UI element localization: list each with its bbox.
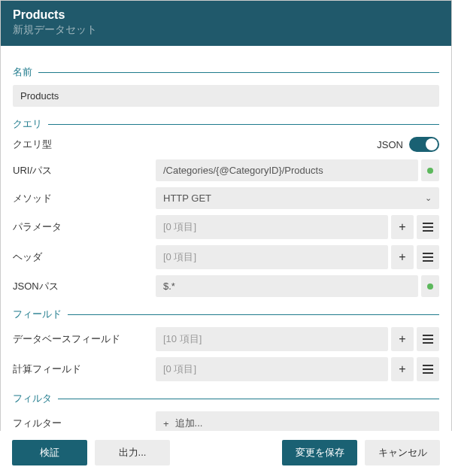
json-toggle[interactable] [409,137,439,152]
plus-icon: + [399,250,405,264]
headers-menu-button[interactable] [417,245,439,269]
divider [38,72,439,73]
method-select[interactable]: HTTP GET ⌄ [156,187,439,209]
section-fields-header: フィールド [13,308,439,321]
plus-icon: + [399,220,405,234]
section-query-label: クエリ [13,117,42,131]
db-fields-menu-button[interactable] [417,327,439,351]
json-toggle-label: JSON [377,139,403,150]
headers-field[interactable]: [0 項目] [156,245,388,269]
divider [58,399,439,399]
toggle-knob [426,138,438,150]
section-filter-label: フィルタ [13,392,52,405]
uri-input[interactable]: /Categories/{@CategoryID}/Products [156,159,418,181]
plus-icon: + [163,418,169,429]
jsonpath-status [421,275,439,297]
validate-button[interactable]: 検証 [12,440,87,465]
section-fields-label: フィールド [13,308,62,321]
plus-icon: + [399,362,405,376]
menu-icon [423,365,433,374]
calc-fields-add-button[interactable]: + [391,357,414,381]
plus-icon: + [399,332,405,346]
params-add-button[interactable]: + [391,215,414,239]
status-dot-icon [427,283,433,290]
menu-icon [423,253,433,262]
method-label: メソッド [13,192,156,205]
dialog-footer: 検証 出力... 変更を保存 キャンセル [0,431,452,476]
query-type-label: クエリ型 [13,138,156,151]
filter-label: フィルター [13,417,156,430]
uri-status [421,159,439,181]
db-fields-label: データベースフィールド [13,332,156,346]
spacer [177,440,275,465]
headers-label: ヘッダ [13,250,156,264]
name-input[interactable] [13,85,439,107]
menu-icon [423,223,433,232]
params-field[interactable]: [0 項目] [156,215,388,239]
menu-icon [423,335,433,344]
jsonpath-input[interactable]: $.* [156,275,418,297]
status-dot-icon [427,168,433,174]
headers-add-button[interactable]: + [391,245,414,269]
section-name-label: 名前 [13,65,32,79]
jsonpath-label: JSONパス [13,280,156,293]
section-filter-header: フィルタ [13,392,439,405]
save-button[interactable]: 変更を保存 [282,440,357,465]
divider [68,314,439,315]
calc-fields-menu-button[interactable] [417,357,439,381]
output-button[interactable]: 出力... [95,440,170,465]
chevron-down-icon: ⌄ [425,193,432,203]
params-menu-button[interactable] [417,215,439,239]
calc-fields-field[interactable]: [0 項目] [156,357,388,381]
db-fields-field[interactable]: [10 項目] [156,327,388,351]
uri-label: URI/パス [13,164,156,177]
dialog-title: Products [13,8,439,22]
divider [48,124,439,125]
calc-fields-label: 計算フィールド [13,362,156,376]
section-name-header: 名前 [13,65,439,79]
cancel-button[interactable]: キャンセル [365,440,440,465]
section-query-header: クエリ [13,117,439,131]
dialog-subtitle: 新規データセット [13,23,439,37]
dialog-header: Products 新規データセット [1,1,451,46]
params-label: パラメータ [13,220,156,234]
db-fields-add-button[interactable]: + [391,327,414,351]
filter-add-label: 追加... [175,417,203,430]
